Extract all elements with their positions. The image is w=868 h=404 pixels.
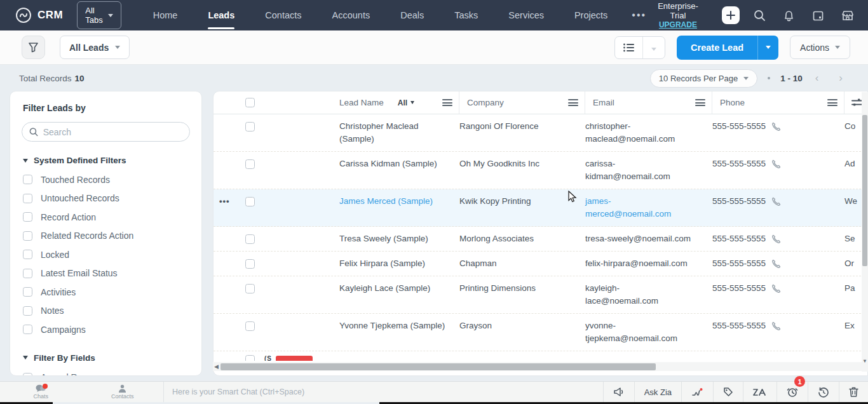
- lead-name-cell[interactable]: Kayleigh Lace (Sample): [339, 282, 459, 307]
- row-checkbox[interactable]: [245, 355, 255, 361]
- lead-name-cell[interactable]: Christopher Maclead (Sample): [339, 120, 459, 145]
- row-checkbox[interactable]: [245, 321, 255, 331]
- email-cell[interactable]: tresa-sweely@noemail.com: [585, 232, 712, 245]
- list-view-selector[interactable]: [614, 36, 665, 59]
- create-lead-dropdown[interactable]: [757, 36, 778, 60]
- column-menu-icon[interactable]: [568, 98, 578, 108]
- row-checkbox[interactable]: [245, 234, 255, 244]
- notifications-button[interactable]: [777, 4, 801, 26]
- checkbox[interactable]: [23, 325, 32, 334]
- records-per-page-dropdown[interactable]: 10 Records Per Page: [650, 69, 757, 88]
- filter-activities[interactable]: Activities: [23, 283, 201, 302]
- vertical-scrollbar[interactable]: ▼: [862, 92, 868, 372]
- table-row[interactable]: Kayleigh Lace (Sample) Printing Dimensio…: [214, 276, 867, 314]
- email-cell[interactable]: carissa-kidman@noemail.com: [585, 158, 712, 183]
- table-row[interactable]: Carissa Kidman (Sample) Oh My Goodknits …: [214, 152, 867, 189]
- marketplace-button[interactable]: [836, 4, 860, 26]
- checkbox[interactable]: [23, 212, 32, 222]
- sidebar-search-input[interactable]: [43, 127, 182, 137]
- tab-leads[interactable]: Leads: [193, 0, 250, 30]
- filter-related-records-action[interactable]: Related Records Action: [23, 227, 201, 246]
- phone-icon[interactable]: [771, 122, 781, 131]
- row-checkbox[interactable]: [245, 259, 255, 269]
- column-menu-icon[interactable]: [827, 98, 837, 108]
- row-checkbox[interactable]: [245, 197, 255, 206]
- tab-home[interactable]: Home: [138, 0, 193, 30]
- filter-toggle-button[interactable]: [22, 36, 45, 59]
- checkbox[interactable]: [23, 231, 32, 241]
- filter-notes[interactable]: Notes: [23, 302, 201, 321]
- ask-zia-button[interactable]: Ask Zia: [634, 382, 681, 402]
- filter-locked[interactable]: Locked: [23, 245, 201, 264]
- next-page-button[interactable]: ›: [831, 72, 850, 84]
- scroll-left-arrow[interactable]: ◀: [214, 363, 219, 370]
- filter-touched-records[interactable]: Touched Records: [23, 170, 201, 189]
- checkbox[interactable]: [23, 194, 32, 203]
- checkbox[interactable]: [23, 373, 32, 376]
- checkbox[interactable]: [23, 250, 32, 259]
- tab-services[interactable]: Services: [493, 0, 559, 30]
- all-tabs-dropdown[interactable]: All Tabs: [77, 1, 121, 29]
- tab-tasks[interactable]: Tasks: [439, 0, 493, 30]
- phone-icon[interactable]: [771, 284, 781, 293]
- tag-button[interactable]: [713, 382, 743, 402]
- checkbox[interactable]: [23, 175, 32, 184]
- row-checkbox[interactable]: [245, 284, 255, 293]
- more-tabs-button[interactable]: •••: [623, 10, 655, 21]
- table-row[interactable]: Felix Hirpara (Sample) Chapman felix-hir…: [214, 252, 867, 276]
- manage-columns-button[interactable]: [851, 98, 862, 109]
- phone-icon[interactable]: [771, 259, 781, 269]
- email-cell[interactable]: kayleigh-lace@noemail.com: [585, 282, 712, 307]
- horizontal-scroll-thumb[interactable]: [220, 363, 656, 370]
- zoho-crm-logo[interactable]: CRM: [0, 7, 63, 24]
- header-phone[interactable]: Phone: [712, 91, 844, 114]
- contacts-tray-button[interactable]: Contacts: [82, 382, 164, 402]
- row-checkbox[interactable]: [245, 159, 255, 169]
- column-menu-icon[interactable]: [695, 98, 705, 108]
- filter-latest-email-status[interactable]: Latest Email Status: [23, 264, 201, 283]
- smart-chat-input[interactable]: Here is your Smart Chat (Ctrl+Space): [164, 387, 603, 396]
- lead-name-all-filter[interactable]: All: [398, 98, 414, 107]
- table-row[interactable]: Tresa Sweely (Sample) Morlong Associates…: [214, 227, 867, 252]
- view-dropdown[interactable]: All Leads: [60, 36, 130, 59]
- filter-campaigns[interactable]: Campaigns: [23, 320, 201, 339]
- lead-name-cell[interactable]: Yvonne Tjepkema (Sample): [339, 320, 459, 345]
- lead-name-cell[interactable]: James Merced (Sample): [339, 195, 459, 220]
- header-lead-name[interactable]: Lead Name All: [264, 91, 459, 114]
- horizontal-scrollbar[interactable]: ◀: [213, 362, 862, 371]
- vertical-scroll-thumb[interactable]: [862, 115, 867, 266]
- email-cell[interactable]: yvonne-tjepkema@noemail.com: [585, 320, 712, 345]
- row-menu-button[interactable]: •••: [214, 196, 230, 206]
- checkbox[interactable]: [23, 306, 32, 316]
- create-lead-button[interactable]: Create Lead: [677, 36, 757, 60]
- section-filter-by-fields[interactable]: Filter By Fields: [23, 353, 201, 363]
- phone-icon[interactable]: [771, 234, 781, 244]
- lead-name-cell[interactable]: Tresa Sweely (Sample): [339, 232, 459, 245]
- email-cell[interactable]: james-merced@noemail.com: [585, 195, 712, 220]
- calendar-button[interactable]: [806, 4, 831, 26]
- column-menu-icon[interactable]: [442, 98, 452, 108]
- upgrade-link[interactable]: UPGRADE: [658, 20, 698, 30]
- header-company[interactable]: Company: [459, 91, 585, 114]
- signals-button[interactable]: [681, 382, 713, 402]
- tab-contacts[interactable]: Contacts: [250, 0, 316, 30]
- email-cell[interactable]: felix-hirpara@noemail.com: [585, 257, 712, 270]
- table-row-partial[interactable]: (S: [214, 351, 867, 361]
- announcements-button[interactable]: [603, 382, 634, 402]
- tab-deals[interactable]: Deals: [385, 0, 439, 30]
- reminders-button[interactable]: 1: [776, 382, 808, 402]
- prev-page-button[interactable]: ‹: [808, 72, 827, 84]
- table-row[interactable]: Yvonne Tjepkema (Sample) Grayson yvonne-…: [214, 314, 867, 351]
- lead-name-cell[interactable]: Carissa Kidman (Sample): [339, 158, 459, 183]
- section-system-defined-filters[interactable]: System Defined Filters: [23, 156, 201, 165]
- header-email[interactable]: Email: [585, 91, 712, 114]
- table-row[interactable]: Christopher Maclead (Sample) Rangoni Of …: [214, 114, 867, 152]
- filter-annual-revenue[interactable]: Annual Revenue: [23, 368, 201, 377]
- quick-create-button[interactable]: [719, 4, 743, 26]
- table-row-hovered[interactable]: ••• James Merced (Sample) Kwik Kopy Prin…: [214, 189, 867, 227]
- checkbox[interactable]: [23, 269, 32, 278]
- search-button[interactable]: [748, 4, 772, 26]
- row-checkbox[interactable]: [245, 122, 255, 131]
- checkbox[interactable]: [23, 287, 32, 297]
- scroll-down-arrow[interactable]: ▼: [862, 358, 867, 364]
